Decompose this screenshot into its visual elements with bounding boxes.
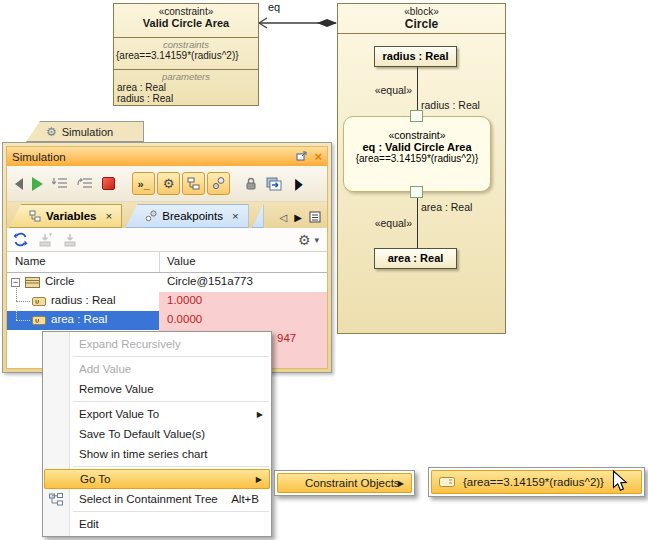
composition-diamond-icon xyxy=(317,19,337,27)
tab-stub[interactable] xyxy=(252,204,264,228)
float-window-icon[interactable] xyxy=(296,151,308,162)
radius-binding-connector[interactable] xyxy=(417,67,418,112)
menu-item-export-value-to[interactable]: Export Value To ▶ xyxy=(43,404,271,424)
tab-list-icon[interactable] xyxy=(309,211,321,223)
step-into-icon[interactable] xyxy=(52,177,68,190)
block-instance-icon xyxy=(25,277,40,288)
row-area-value: 0.0000 xyxy=(159,311,328,330)
column-header-value[interactable]: Value xyxy=(167,255,196,267)
console-toggle-button[interactable]: »_ xyxy=(132,172,155,195)
value-property-icon xyxy=(32,316,46,325)
radius-part-box[interactable]: radius : Real xyxy=(374,46,457,67)
tab-breakpoints-close-icon[interactable]: × xyxy=(232,210,239,222)
constraint-stereotype: «constraint» xyxy=(114,4,258,17)
menu-item-select-in-containment-tree[interactable]: Select in Containment Tree Alt+B xyxy=(43,489,271,509)
mouse-cursor-icon xyxy=(612,470,629,494)
eq-connector-line[interactable] xyxy=(256,13,340,31)
lock-icon[interactable] xyxy=(245,177,257,191)
parameter-radius: radius : Real xyxy=(114,93,258,104)
options-caret-icon[interactable]: ▾ xyxy=(314,235,319,245)
constraint-property-box[interactable]: «constraint» eq : Valid Circle Area {are… xyxy=(343,116,491,192)
animation-back-icon[interactable] xyxy=(15,178,23,190)
menu-item-expand-recursively[interactable]: Expand Recursively xyxy=(43,334,271,354)
area-connector-end-label: area : Real xyxy=(421,201,472,213)
menu-item-show-time-series[interactable]: Show in time series chart xyxy=(43,444,271,464)
menu-label: {area==3.14159*(radius^2)} xyxy=(463,476,604,488)
constraint-object-icon xyxy=(439,477,455,487)
go-to-submenu: Constraint Objects ▶ xyxy=(274,470,415,496)
step-over-icon[interactable] xyxy=(77,177,93,190)
menu-label: Expand Recursively xyxy=(79,338,181,350)
radius-part-label: radius : Real xyxy=(382,50,448,62)
variables-panel-toolbar: ⚙ ▾ xyxy=(7,228,327,252)
menu-label: Save To Default Value(s) xyxy=(79,428,205,440)
radius-parameter-port[interactable] xyxy=(410,110,423,122)
constraints-compartment: constraints {area==3.14159*(radius^2)} xyxy=(114,37,258,69)
tab-breakpoints-label: Breakpoints xyxy=(162,210,223,222)
area-part-box[interactable]: area : Real xyxy=(374,248,457,269)
settings-toggle-button[interactable]: ⚙ xyxy=(157,172,180,195)
submenu-arrow-icon: ▶ xyxy=(398,479,404,488)
screen: «constraint» Valid Circle Area constrain… xyxy=(0,0,648,540)
cp-stereotype: «constraint» xyxy=(344,129,490,141)
row-circle-value: Circle@151a773 xyxy=(159,273,328,292)
simulation-titlebar[interactable]: Simulation × xyxy=(7,147,327,166)
area-part-label: area : Real xyxy=(388,252,444,264)
column-header-name[interactable]: Name xyxy=(15,255,46,267)
tab-breakpoints[interactable]: Breakpoints × xyxy=(125,204,248,228)
circle-block-header: «block» Circle xyxy=(338,4,505,34)
menu-label: Export Value To xyxy=(79,408,159,420)
menu-label: Remove Value xyxy=(79,383,154,395)
dock-tab-simulation[interactable]: ⚙ Simulation xyxy=(26,121,144,142)
run-play-icon[interactable] xyxy=(32,177,43,191)
menu-item-add-value[interactable]: Add Value xyxy=(43,359,271,379)
submenu-arrow-icon: ▶ xyxy=(257,410,263,419)
constraint-block-valid-circle-area[interactable]: «constraint» Valid Circle Area constrain… xyxy=(113,3,259,106)
column-divider[interactable] xyxy=(159,252,160,272)
constraint-block-name: Valid Circle Area xyxy=(114,17,258,29)
options-gear-icon[interactable]: ⚙ xyxy=(298,232,311,248)
menu-item-edit[interactable]: Edit xyxy=(43,514,271,534)
area-binding-connector[interactable] xyxy=(417,198,418,248)
tab-variables-label: Variables xyxy=(46,210,97,222)
constraint-block-header: «constraint» Valid Circle Area xyxy=(114,4,258,37)
submenu-arrow-icon: ▶ xyxy=(256,475,262,484)
table-row-circle[interactable]: − Circle Circle@151a773 xyxy=(7,273,327,292)
tab-scroll-right-icon[interactable]: ▶ xyxy=(294,212,302,223)
menu-item-constraint-objects[interactable]: Constraint Objects ▶ xyxy=(277,473,412,493)
parameters-compartment: parameters area : Real radius : Real xyxy=(114,69,258,106)
menu-item-constraint-expression[interactable]: {area==3.14159*(radius^2)} xyxy=(431,470,642,494)
close-window-icon[interactable]: × xyxy=(314,152,322,162)
load-values-icon xyxy=(38,233,53,247)
menu-item-save-to-default[interactable]: Save To Default Value(s) xyxy=(43,424,271,444)
parameters-compartment-label: parameters xyxy=(114,70,258,82)
toolbar-overflow-icon[interactable]: ▶ xyxy=(295,175,303,193)
tab-variables-close-icon[interactable]: × xyxy=(106,210,113,222)
stop-icon[interactable] xyxy=(102,177,115,190)
structure-toggle-button[interactable] xyxy=(182,172,205,195)
load-all-values-icon xyxy=(63,233,78,247)
area-parameter-port[interactable] xyxy=(410,186,423,198)
context-menu: Expand Recursively Add Value Remove Valu… xyxy=(42,331,272,537)
menu-item-go-to[interactable]: Go To ▶ xyxy=(44,469,270,489)
menu-label: Select in Containment Tree xyxy=(79,493,218,505)
structure-tree-icon xyxy=(187,177,200,190)
tab-variables[interactable]: Variables × xyxy=(9,204,122,228)
table-row-area-selected[interactable]: area : Real 0.0000 xyxy=(7,311,327,330)
refresh-icon[interactable] xyxy=(13,232,28,247)
detach-window-icon[interactable] xyxy=(266,177,282,191)
radius-connector-end-label: radius : Real xyxy=(421,99,480,111)
table-row-radius[interactable]: radius : Real 1.0000 xyxy=(7,292,327,311)
menu-label: Show in time series chart xyxy=(79,448,207,460)
equal-stereotype-top: «equal» xyxy=(372,84,412,96)
variables-tab-icon xyxy=(29,210,41,222)
breakpoints-toggle-button[interactable] xyxy=(207,172,230,195)
menu-item-remove-value[interactable]: Remove Value xyxy=(43,379,271,399)
simulation-gear-icon: ⚙ xyxy=(46,125,57,139)
menu-label: Constraint Objects xyxy=(305,477,400,489)
tree-line xyxy=(16,305,17,320)
value-property-icon xyxy=(32,297,46,306)
constraints-compartment-label: constraints xyxy=(114,38,258,50)
menu-label: Edit xyxy=(79,518,99,530)
tab-scroll-left-icon[interactable]: ◁ xyxy=(280,212,288,223)
